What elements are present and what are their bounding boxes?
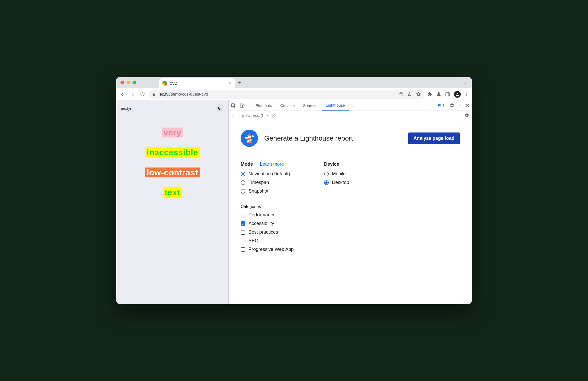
webpage-pane: jec.fyi very inaccessible low-contrast t… xyxy=(116,100,229,304)
tab-favicon xyxy=(162,81,167,86)
checkbox-icon xyxy=(241,213,245,217)
content-split: jec.fyi very inaccessible low-contrast t… xyxy=(116,100,472,304)
learn-more-link[interactable]: Learn more xyxy=(260,161,284,167)
dark-mode-toggle[interactable] xyxy=(215,104,224,112)
svg-rect-1 xyxy=(446,93,450,96)
lighthouse-subbar: + (new report) ▼ xyxy=(229,111,472,120)
mode-label: Mode xyxy=(241,161,253,167)
tab-lighthouse[interactable]: Lighthouse xyxy=(322,100,349,111)
report-selector[interactable]: (new report) xyxy=(242,113,263,118)
option-label: Desktop xyxy=(332,180,349,185)
radio-icon xyxy=(241,172,245,176)
browser-menu-icon[interactable] xyxy=(464,92,469,97)
tab-overflow-icon[interactable]: ⌄ xyxy=(464,80,467,85)
svg-point-3 xyxy=(466,93,467,93)
radio-icon xyxy=(241,180,245,185)
device-toggle-icon[interactable] xyxy=(240,103,247,108)
mode-option[interactable]: Snapshot xyxy=(241,188,290,194)
mode-option[interactable]: Navigation (Default) xyxy=(241,171,290,177)
lighthouse-settings-icon[interactable] xyxy=(464,113,469,118)
svg-point-13 xyxy=(245,137,248,139)
new-report-button[interactable]: + xyxy=(231,112,234,118)
svg-point-5 xyxy=(466,95,467,96)
labs-icon[interactable] xyxy=(436,92,441,97)
sample-text: low-contrast xyxy=(145,168,199,177)
chevron-down-icon[interactable]: ▼ xyxy=(266,114,269,117)
browser-window: CVD ✕ + ⌄ jec.fyi/demo/cds-quest-cvd xyxy=(116,77,472,304)
categories-section: Categories Performance✓AccessibilityBest… xyxy=(241,204,460,252)
devtools-menu-icon[interactable] xyxy=(458,103,462,108)
svg-point-9 xyxy=(460,104,460,105)
svg-point-4 xyxy=(466,94,467,95)
address-bar[interactable]: jec.fyi/demo/cds-quest-cvd xyxy=(149,90,425,99)
category-option[interactable]: Performance xyxy=(241,212,460,218)
mode-section: Mode Learn more Navigation (Default)Time… xyxy=(241,161,290,194)
device-section: Device MobileDesktop xyxy=(324,161,349,194)
close-tab-icon[interactable]: ✕ xyxy=(228,81,232,86)
tab-console[interactable]: Console xyxy=(277,100,298,111)
checkbox-icon xyxy=(241,247,245,252)
device-option[interactable]: Mobile xyxy=(324,171,349,177)
sample-text: text xyxy=(163,187,182,197)
devtools-settings-icon[interactable] xyxy=(449,103,454,108)
radio-icon xyxy=(241,189,245,194)
category-option[interactable]: SEO xyxy=(241,238,460,244)
browser-tab[interactable]: CVD ✕ xyxy=(159,78,235,88)
close-window-button[interactable] xyxy=(120,81,124,84)
category-option[interactable]: Progressive Web App xyxy=(241,247,460,252)
zoom-icon[interactable] xyxy=(399,92,404,97)
option-label: Accessibility xyxy=(249,221,274,226)
option-label: Mobile xyxy=(332,171,346,177)
sample-text: inaccessible xyxy=(145,147,199,157)
checkbox-icon: ✓ xyxy=(241,221,245,226)
url-text: jec.fyi/demo/cds-quest-cvd xyxy=(159,92,396,97)
option-label: Best practices xyxy=(249,229,278,235)
checkbox-icon xyxy=(241,230,245,235)
lighthouse-panel: Generate a Lighthouse report Analyze pag… xyxy=(229,120,472,304)
more-tabs-icon[interactable]: » xyxy=(350,103,358,108)
reload-button[interactable] xyxy=(139,91,146,98)
radio-icon xyxy=(324,172,329,176)
profile-avatar[interactable] xyxy=(454,91,461,98)
analyze-button[interactable]: Analyze page load xyxy=(408,132,460,144)
category-option[interactable]: Best practices xyxy=(241,229,460,235)
bookmark-icon[interactable] xyxy=(416,92,421,97)
clear-icon[interactable] xyxy=(271,113,276,118)
svg-rect-15 xyxy=(248,136,251,138)
back-button[interactable] xyxy=(119,91,126,98)
sidepanel-icon[interactable] xyxy=(445,92,450,97)
svg-point-10 xyxy=(460,105,460,106)
share-icon[interactable] xyxy=(407,92,412,97)
option-label: Navigation (Default) xyxy=(249,171,290,177)
tab-strip: CVD ✕ + ⌄ xyxy=(116,77,472,88)
forward-button[interactable] xyxy=(129,91,136,98)
panel-title: Generate a Lighthouse report xyxy=(264,134,402,142)
sample-text: very xyxy=(162,128,183,137)
device-option[interactable]: Desktop xyxy=(324,180,349,185)
maximize-window-button[interactable] xyxy=(132,81,136,84)
inspect-icon[interactable] xyxy=(231,103,239,108)
browser-toolbar: jec.fyi/demo/cds-quest-cvd xyxy=(116,88,472,100)
checkbox-icon xyxy=(241,239,245,243)
site-label: jec.fyi xyxy=(121,106,131,111)
tab-sources[interactable]: Sources xyxy=(299,100,321,111)
devtools-tabbar: Elements Console Sources Lighthouse » 4 xyxy=(229,100,472,111)
category-option[interactable]: ✓Accessibility xyxy=(241,221,460,226)
new-tab-button[interactable]: + xyxy=(238,79,241,86)
minimize-window-button[interactable] xyxy=(126,81,130,84)
toolbar-actions xyxy=(427,91,469,98)
svg-point-2 xyxy=(457,93,458,94)
extensions-icon[interactable] xyxy=(427,92,433,97)
mode-option[interactable]: Timespan xyxy=(241,180,290,185)
lighthouse-logo xyxy=(241,130,258,147)
option-label: SEO xyxy=(249,238,258,244)
tab-title: CVD xyxy=(170,81,226,85)
categories-label: Categories xyxy=(241,204,460,209)
issues-badge[interactable]: 4 xyxy=(436,103,446,108)
option-label: Progressive Web App xyxy=(249,247,294,252)
lock-icon xyxy=(152,93,156,96)
window-controls xyxy=(120,81,136,84)
close-devtools-icon[interactable] xyxy=(465,103,470,108)
tab-elements[interactable]: Elements xyxy=(252,100,276,111)
issues-count: 4 xyxy=(442,103,444,108)
